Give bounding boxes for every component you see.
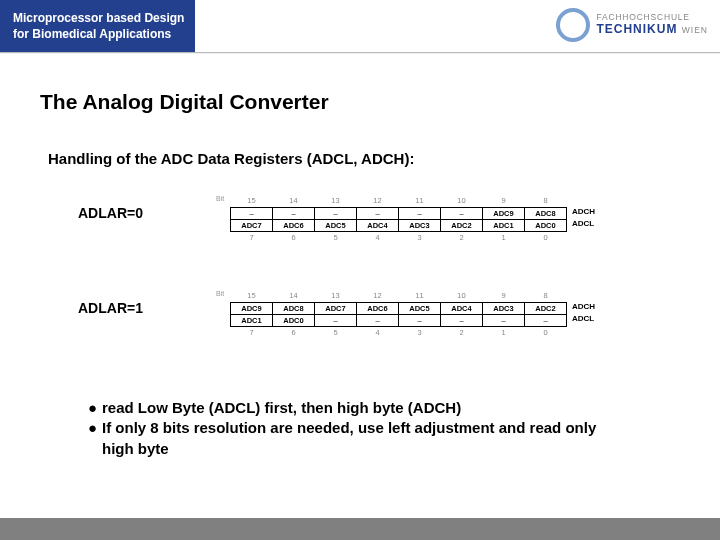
reg-table: 15 14 13 12 11 10 9 8 – – – – – – ADC9 A… [230,195,567,243]
adch-row: ADC9 ADC8 ADC7 ADC6 ADC5 ADC4 ADC3 ADC2 [231,302,567,314]
page-title: The Analog Digital Converter [40,90,329,114]
cell: ADC6 [273,219,315,231]
course-line1: Microprocessor based Design [13,10,185,26]
cell: ADC2 [441,219,483,231]
bitnum: 0 [525,326,567,338]
table-adlar0: Bit 15 14 13 12 11 10 9 8 – – – – – – AD… [230,195,567,243]
bitnum: 15 [231,290,273,302]
bitnum: 7 [231,326,273,338]
bullet-1: ● read Low Byte (ADCL) first, then high … [88,398,602,418]
cell: ADC4 [357,219,399,231]
cell: ADC5 [315,219,357,231]
bitnum: 2 [441,326,483,338]
bitnum: 12 [357,290,399,302]
bitnum: 4 [357,231,399,243]
reg-table: 15 14 13 12 11 10 9 8 ADC9 ADC8 ADC7 ADC… [230,290,567,338]
bitnum: 13 [315,195,357,207]
adcl-row: ADC7 ADC6 ADC5 ADC4 ADC3 ADC2 ADC1 ADC0 [231,219,567,231]
cell: – [399,314,441,326]
cell: – [441,314,483,326]
label-adlar0: ADLAR=0 [78,205,143,221]
bitnum: 3 [399,231,441,243]
cell: ADC9 [483,207,525,219]
cell: – [231,207,273,219]
bitnum: 6 [273,326,315,338]
bitnum: 9 [483,195,525,207]
bullet-2: ● If only 8 bits resolution are needed, … [88,418,602,459]
cell: – [273,207,315,219]
cell: – [315,314,357,326]
course-box: Microprocessor based Design for Biomedic… [0,0,195,52]
bitnum: 3 [399,326,441,338]
header-rule [0,52,720,54]
bullet-dot-icon: ● [88,398,102,418]
bullet-dot-icon: ● [88,418,102,459]
adch-row: – – – – – – ADC9 ADC8 [231,207,567,219]
bitnum: 11 [399,195,441,207]
cell: ADC9 [231,302,273,314]
bits-bot-row: 7 6 5 4 3 2 1 0 [231,326,567,338]
bitnum: 13 [315,290,357,302]
logo-big: TECHNIKUM [596,22,677,36]
header: Microprocessor based Design for Biomedic… [0,0,720,58]
cell: ADC1 [231,314,273,326]
bitnum: 7 [231,231,273,243]
cell: – [441,207,483,219]
cell: ADC3 [483,302,525,314]
course-line2: for Biomedical Applications [13,26,185,42]
subtitle: Handling of the ADC Data Registers (ADCL… [48,150,414,167]
cell: – [483,314,525,326]
reg-name-adch: ADCH [572,302,595,311]
bitnum: 10 [441,195,483,207]
cell: ADC5 [399,302,441,314]
bitnum: 15 [231,195,273,207]
cell: – [357,207,399,219]
reg-name-adcl: ADCL [572,314,594,323]
cell: ADC8 [525,207,567,219]
cell: ADC0 [273,314,315,326]
bitnum: 14 [273,290,315,302]
logo-circle-icon [556,8,590,42]
bitnum: 9 [483,290,525,302]
cell: – [525,314,567,326]
cell: ADC3 [399,219,441,231]
bitnum: 12 [357,195,399,207]
cell: ADC0 [525,219,567,231]
bitnum: 8 [525,290,567,302]
cell: ADC7 [231,219,273,231]
bitnum: 14 [273,195,315,207]
bullet-1-text: read Low Byte (ADCL) first, then high by… [102,398,461,418]
bitnum: 5 [315,326,357,338]
reg-name-adch: ADCH [572,207,595,216]
bitnum: 0 [525,231,567,243]
bullet-list: ● read Low Byte (ADCL) first, then high … [88,398,602,459]
bitnum: 1 [483,231,525,243]
cell: ADC4 [441,302,483,314]
cell: ADC6 [357,302,399,314]
adcl-row: ADC1 ADC0 – – – – – – [231,314,567,326]
cell: ADC2 [525,302,567,314]
bit-tag: Bit [216,290,224,297]
logo-text: FACHHOCHSCHULE TECHNIKUM WIEN [596,13,708,37]
bitnum: 11 [399,290,441,302]
bullet-2-text: If only 8 bits resolution are needed, us… [102,418,602,459]
bits-bot-row: 7 6 5 4 3 2 1 0 [231,231,567,243]
cell: ADC8 [273,302,315,314]
bit-tag: Bit [216,195,224,202]
logo-small2: WIEN [682,25,708,35]
footer-bar [0,518,720,540]
cell: – [357,314,399,326]
cell: ADC7 [315,302,357,314]
logo: FACHHOCHSCHULE TECHNIKUM WIEN [556,8,708,42]
label-adlar1: ADLAR=1 [78,300,143,316]
cell: – [399,207,441,219]
bitnum: 1 [483,326,525,338]
cell: – [315,207,357,219]
cell: ADC1 [483,219,525,231]
reg-name-adcl: ADCL [572,219,594,228]
bits-top-row: 15 14 13 12 11 10 9 8 [231,290,567,302]
bitnum: 2 [441,231,483,243]
bitnum: 10 [441,290,483,302]
bitnum: 4 [357,326,399,338]
bits-top-row: 15 14 13 12 11 10 9 8 [231,195,567,207]
